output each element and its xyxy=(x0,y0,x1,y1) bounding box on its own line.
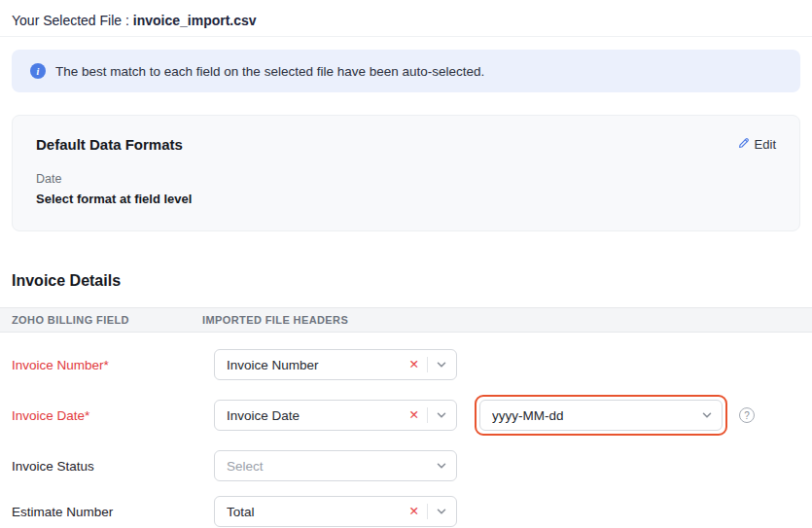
selected-file-name: invoice_import.csv xyxy=(133,13,257,28)
chevron-down-icon[interactable] xyxy=(436,506,447,517)
chevron-down-icon[interactable] xyxy=(436,359,447,370)
edit-button[interactable]: Edit xyxy=(737,137,776,153)
import-mapping-page: Your Selected File : invoice_import.csv … xyxy=(0,0,812,527)
info-banner: i The best match to each field on the se… xyxy=(12,50,800,92)
selected-file-label: Your Selected File : xyxy=(12,13,129,28)
date-format-label: Date xyxy=(36,172,776,186)
date-format-select[interactable]: yyyy-MM-dd xyxy=(479,400,723,431)
select-placeholder: Select xyxy=(227,459,436,474)
column-zoho-billing-field: ZOHO BILLING FIELD xyxy=(0,314,202,326)
default-data-formats-card: Default Data Formats Edit Date Select fo… xyxy=(12,115,800,231)
header-select-invoice-number[interactable]: Invoice Number ✕ xyxy=(214,349,457,380)
chevron-down-icon[interactable] xyxy=(701,409,713,421)
table-row-invoice-number: Invoice Number* Invoice Number ✕ xyxy=(12,349,800,380)
info-banner-text: The best match to each field on the sele… xyxy=(55,64,484,79)
select-value: Invoice Number xyxy=(227,358,409,372)
select-divider xyxy=(427,504,428,519)
select-divider xyxy=(427,357,428,372)
table-header-row: ZOHO BILLING FIELD IMPORTED FILE HEADERS xyxy=(0,307,812,333)
clear-icon[interactable]: ✕ xyxy=(409,409,419,422)
field-label-estimate-number: Estimate Number xyxy=(12,505,214,519)
column-imported-file-headers: IMPORTED FILE HEADERS xyxy=(202,314,348,326)
help-icon[interactable]: ? xyxy=(739,407,755,423)
pencil-icon xyxy=(737,137,750,153)
chevron-down-icon[interactable] xyxy=(436,409,447,421)
selected-file-row: Your Selected File : invoice_import.csv xyxy=(0,0,812,37)
select-value: Total xyxy=(227,505,409,519)
clear-icon[interactable]: ✕ xyxy=(409,359,419,371)
select-value: Invoice Date xyxy=(227,408,409,423)
clear-icon[interactable]: ✕ xyxy=(409,506,419,518)
field-label-invoice-date: Invoice Date* xyxy=(12,408,214,423)
chevron-down-icon[interactable] xyxy=(436,460,447,472)
date-format-highlight: yyyy-MM-dd xyxy=(475,395,727,436)
table-row-estimate-number: Estimate Number Total ✕ xyxy=(12,496,800,527)
table-row-invoice-date: Invoice Date* Invoice Date ✕ yyyy-MM-dd … xyxy=(12,395,800,436)
info-icon: i xyxy=(30,63,46,79)
header-select-estimate-number[interactable]: Total ✕ xyxy=(214,496,457,527)
section-title: Invoice Details xyxy=(12,272,800,290)
field-label-invoice-number: Invoice Number* xyxy=(12,358,214,372)
edit-label: Edit xyxy=(755,137,776,152)
field-label-invoice-status: Invoice Status xyxy=(12,459,214,474)
header-select-invoice-date[interactable]: Invoice Date ✕ xyxy=(214,400,457,431)
select-divider xyxy=(427,407,428,423)
select-value: yyyy-MM-dd xyxy=(492,408,701,423)
table-row-invoice-status: Invoice Status Select xyxy=(12,450,800,481)
header-select-invoice-status[interactable]: Select xyxy=(214,450,457,481)
card-title: Default Data Formats xyxy=(36,136,183,153)
date-format-value: Select format at field level xyxy=(36,192,776,206)
